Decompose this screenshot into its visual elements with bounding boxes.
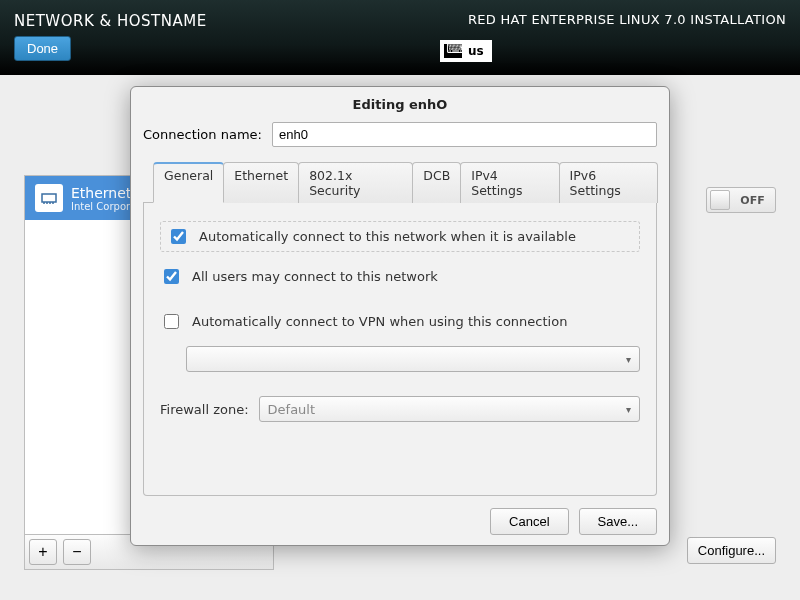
all-users-checkbox[interactable] (164, 269, 179, 284)
auto-connect-row: Automatically connect to this network wh… (160, 221, 640, 252)
connection-toggle[interactable]: OFF (706, 187, 776, 213)
auto-connect-checkbox[interactable] (171, 229, 186, 244)
vpn-connection-combo[interactable]: ▾ (186, 346, 640, 372)
dialog-title: Editing enhO (143, 97, 657, 112)
ethernet-icon (35, 184, 63, 212)
tab-ethernet[interactable]: Ethernet (223, 162, 299, 203)
firewall-zone-label: Firewall zone: (160, 402, 249, 417)
dialog-button-row: Cancel Save... (143, 496, 657, 535)
tab-general[interactable]: General (153, 162, 224, 203)
firewall-row: Firewall zone: Default ▾ (160, 396, 640, 422)
keyboard-layout-indicator[interactable]: us (440, 40, 492, 62)
installer-header: NETWORK & HOSTNAME RED HAT ENTERPRISE LI… (0, 0, 800, 75)
auto-vpn-row: Automatically connect to VPN when using … (160, 311, 640, 332)
keyboard-layout-label: us (468, 44, 484, 58)
toggle-knob (710, 190, 730, 210)
chevron-down-icon: ▾ (626, 404, 631, 415)
dialog-tabs: General Ethernet 802.1x Security DCB IPv… (143, 161, 657, 203)
tab-ipv4-settings[interactable]: IPv4 Settings (460, 162, 559, 203)
chevron-down-icon: ▾ (626, 354, 631, 365)
edit-connection-dialog: Editing enhO Connection name: General Et… (130, 86, 670, 546)
tab-body-general: Automatically connect to this network wh… (143, 203, 657, 496)
save-button[interactable]: Save... (579, 508, 657, 535)
toggle-state-label: OFF (730, 194, 775, 207)
all-users-row: All users may connect to this network (160, 266, 640, 287)
auto-vpn-label: Automatically connect to VPN when using … (192, 314, 567, 329)
cancel-button[interactable]: Cancel (490, 508, 568, 535)
firewall-zone-value: Default (268, 402, 316, 417)
connection-name-label: Connection name: (143, 127, 262, 142)
all-users-label: All users may connect to this network (192, 269, 438, 284)
svg-rect-0 (42, 194, 56, 202)
keyboard-icon (444, 44, 462, 58)
connection-name-row: Connection name: (143, 122, 657, 147)
vpn-combo-row: ▾ (186, 346, 640, 372)
auto-connect-label: Automatically connect to this network wh… (199, 229, 576, 244)
done-button[interactable]: Done (14, 36, 71, 61)
page-title: NETWORK & HOSTNAME (14, 12, 207, 30)
connection-name-input[interactable] (272, 122, 657, 147)
auto-vpn-checkbox[interactable] (164, 314, 179, 329)
add-interface-button[interactable]: + (29, 539, 57, 565)
remove-interface-button[interactable]: − (63, 539, 91, 565)
product-title: RED HAT ENTERPRISE LINUX 7.0 INSTALLATIO… (468, 12, 786, 27)
firewall-zone-combo[interactable]: Default ▾ (259, 396, 640, 422)
tab-8021x-security[interactable]: 802.1x Security (298, 162, 413, 203)
tab-dcb[interactable]: DCB (412, 162, 461, 203)
tab-ipv6-settings[interactable]: IPv6 Settings (559, 162, 658, 203)
configure-button[interactable]: Configure... (687, 537, 776, 564)
